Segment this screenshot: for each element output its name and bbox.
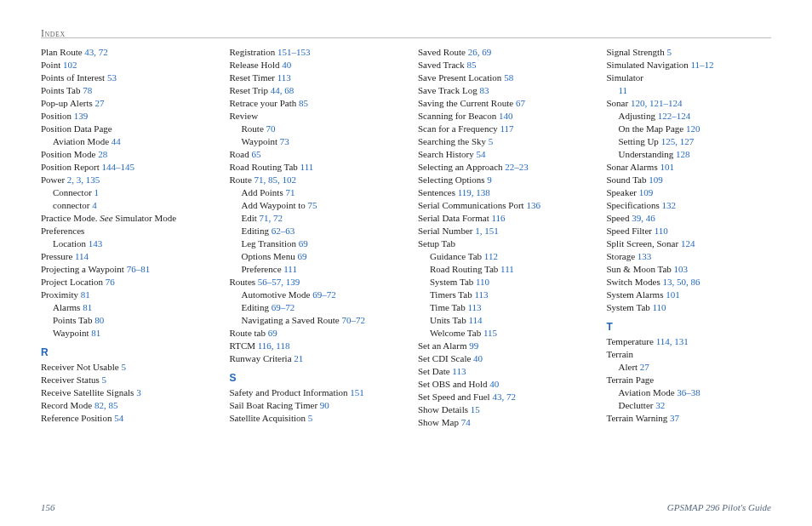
- entry-pages[interactable]: 116, 118: [258, 340, 290, 351]
- entry-pages[interactable]: 9: [487, 174, 492, 185]
- entry-pages[interactable]: 11–12: [690, 60, 713, 70]
- entry-pages[interactable]: 44, 68: [271, 85, 294, 95]
- entry-pages[interactable]: 69: [298, 251, 307, 261]
- entry-pages[interactable]: 2, 3, 135: [67, 174, 100, 185]
- entry-pages[interactable]: 111: [500, 264, 514, 274]
- entry-pages[interactable]: 11: [619, 85, 628, 95]
- entry-pages[interactable]: 85: [299, 98, 308, 108]
- entry-pages[interactable]: 76–81: [127, 264, 151, 274]
- entry-pages[interactable]: 120, 121–124: [631, 98, 683, 108]
- entry-pages[interactable]: 76: [106, 277, 115, 287]
- entry-pages[interactable]: 80: [94, 315, 104, 325]
- entry-pages[interactable]: 71, 85, 102: [254, 174, 297, 185]
- entry-pages[interactable]: 70–72: [341, 315, 365, 325]
- entry-pages[interactable]: 119, 138: [458, 187, 490, 197]
- entry-pages[interactable]: 36–38: [677, 387, 700, 397]
- entry-pages[interactable]: 112: [484, 251, 498, 261]
- entry-pages[interactable]: 5: [489, 136, 494, 146]
- entry-pages[interactable]: 81: [83, 302, 92, 312]
- entry-pages[interactable]: 82, 85: [94, 400, 118, 410]
- entry-pages[interactable]: 114, 131: [656, 336, 689, 346]
- entry-pages[interactable]: 71, 72: [260, 213, 283, 223]
- entry-pages[interactable]: 27: [640, 362, 649, 372]
- entry-pages[interactable]: 1: [94, 187, 100, 197]
- entry-pages[interactable]: 124: [681, 238, 695, 249]
- entry-pages[interactable]: 113: [277, 72, 291, 83]
- entry-pages[interactable]: 5: [666, 47, 672, 57]
- entry-pages[interactable]: 40: [489, 379, 499, 389]
- entry-pages[interactable]: 151: [350, 387, 364, 397]
- entry-pages[interactable]: 5: [308, 413, 313, 423]
- entry-pages[interactable]: 54: [114, 413, 123, 423]
- entry-pages[interactable]: 117: [500, 123, 514, 134]
- entry-pages[interactable]: 143: [89, 238, 103, 249]
- entry-pages[interactable]: 132: [662, 200, 677, 210]
- entry-pages[interactable]: 122–124: [658, 111, 691, 121]
- entry-pages[interactable]: 113: [467, 302, 481, 312]
- entry-pages[interactable]: 39, 46: [632, 213, 655, 223]
- entry-pages[interactable]: 75: [308, 200, 317, 210]
- entry-pages[interactable]: 110: [655, 226, 668, 236]
- entry-pages[interactable]: 71: [285, 187, 294, 197]
- entry-pages[interactable]: 32: [655, 400, 665, 410]
- entry-pages[interactable]: 5: [121, 362, 126, 372]
- entry-pages[interactable]: 103: [674, 264, 689, 274]
- entry-pages[interactable]: 113: [452, 366, 466, 376]
- entry-pages[interactable]: 21: [294, 353, 303, 363]
- entry-pages[interactable]: 74: [461, 417, 471, 427]
- entry-pages[interactable]: 69–72: [312, 289, 336, 300]
- entry-pages[interactable]: 116: [491, 213, 505, 223]
- entry-pages[interactable]: 128: [676, 149, 690, 159]
- entry-pages[interactable]: 67: [516, 98, 525, 108]
- entry-pages[interactable]: 58: [504, 72, 513, 83]
- entry-pages[interactable]: 102: [63, 60, 77, 70]
- entry-pages[interactable]: 115: [483, 328, 497, 338]
- entry-pages[interactable]: 5: [101, 374, 106, 385]
- entry-pages[interactable]: 43, 72: [84, 47, 108, 57]
- entry-pages[interactable]: 151–153: [277, 47, 311, 57]
- entry-pages[interactable]: 90: [320, 400, 329, 410]
- entry-pages[interactable]: 56–57, 139: [258, 277, 300, 287]
- entry-pages[interactable]: 114: [468, 315, 482, 325]
- entry-pages[interactable]: 133: [638, 251, 652, 261]
- entry-pages[interactable]: 81: [91, 328, 100, 338]
- entry-pages[interactable]: 69–72: [272, 302, 295, 312]
- entry-pages[interactable]: 111: [283, 264, 297, 274]
- entry-pages[interactable]: 125, 127: [661, 136, 695, 146]
- entry-pages[interactable]: 43, 72: [492, 392, 516, 402]
- entry-pages[interactable]: 27: [95, 98, 105, 108]
- entry-pages[interactable]: 40: [473, 353, 483, 363]
- entry-pages[interactable]: 81: [81, 289, 90, 300]
- entry-pages[interactable]: 140: [499, 111, 513, 121]
- entry-pages[interactable]: 120: [686, 123, 700, 134]
- entry-pages[interactable]: 22–23: [505, 162, 529, 172]
- entry-pages[interactable]: 54: [476, 149, 485, 159]
- entry-pages[interactable]: 1, 151: [475, 226, 499, 236]
- entry-pages[interactable]: 15: [471, 404, 480, 415]
- entry-pages[interactable]: 53: [107, 72, 117, 83]
- entry-pages[interactable]: 13, 50, 86: [663, 277, 700, 287]
- entry-pages[interactable]: 85: [466, 60, 476, 70]
- entry-pages[interactable]: 144–145: [102, 162, 135, 172]
- entry-pages[interactable]: 101: [660, 162, 674, 172]
- entry-pages[interactable]: 83: [479, 85, 489, 95]
- entry-pages[interactable]: 26, 69: [468, 47, 492, 57]
- entry-pages[interactable]: 65: [251, 149, 260, 159]
- entry-pages[interactable]: 73: [280, 136, 289, 146]
- entry-pages[interactable]: 110: [476, 277, 489, 287]
- entry-pages[interactable]: 37: [670, 413, 679, 423]
- entry-pages[interactable]: 110: [653, 302, 666, 312]
- entry-pages[interactable]: 109: [649, 174, 663, 185]
- entry-pages[interactable]: 101: [666, 289, 680, 300]
- entry-pages[interactable]: 78: [83, 85, 92, 95]
- entry-pages[interactable]: 3: [136, 387, 141, 397]
- entry-pages[interactable]: 109: [639, 187, 654, 197]
- entry-pages[interactable]: 44: [112, 136, 121, 146]
- entry-pages[interactable]: 136: [526, 200, 540, 210]
- entry-pages[interactable]: 69: [268, 328, 277, 338]
- entry-pages[interactable]: 139: [74, 111, 89, 121]
- entry-pages[interactable]: 99: [469, 340, 478, 351]
- entry-pages[interactable]: 28: [98, 149, 107, 159]
- entry-pages[interactable]: 111: [300, 162, 314, 172]
- entry-pages[interactable]: 40: [282, 60, 291, 70]
